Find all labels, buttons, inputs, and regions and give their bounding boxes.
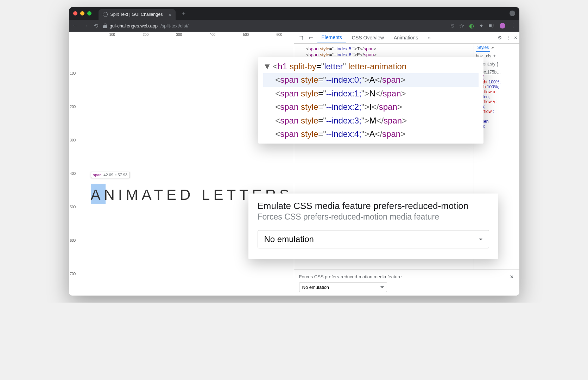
chevron-down-icon	[479, 239, 482, 242]
popout-title: Emulate CSS media feature prefers-reduce…	[258, 201, 489, 211]
reload-icon[interactable]: ⟲	[94, 23, 98, 29]
dom-node[interactable]: <span style="--index:5;">T</span>	[301, 46, 474, 52]
browser-window: Split Text | GUI Challenges × + ← → ⟲ gu…	[69, 7, 519, 296]
styles-overflow[interactable]: »	[492, 45, 494, 50]
ruler-tick: 400	[210, 33, 216, 37]
ruler-tick: 400	[70, 172, 76, 176]
toolbar-right: ⎋ ☆ ◐ ✦ ≡♪ ⋮	[451, 23, 516, 29]
extension-icon[interactable]: ◐	[469, 23, 474, 29]
tabs-overflow[interactable]: »	[424, 32, 435, 43]
address-bar[interactable]: gui-challenges.web.app/split-text/dist/	[103, 23, 189, 28]
ruler-tick: 300	[70, 138, 76, 142]
minimize-icon[interactable]	[80, 11, 84, 15]
cls-toggle[interactable]: .cls	[485, 53, 491, 58]
inspect-icon[interactable]: ⬚	[296, 35, 305, 40]
dom-popout: ▼<h1 split-by="letter" letter-animation …	[258, 57, 483, 144]
rendering-drawer: × Forces CSS prefers-reduced-motion medi…	[294, 270, 519, 296]
tooltip-tagname: span	[93, 173, 102, 177]
ruler-tick: 600	[70, 239, 76, 242]
tab-close-icon[interactable]: ×	[168, 12, 171, 18]
forward-icon[interactable]: →	[83, 23, 89, 29]
favicon-icon	[103, 12, 108, 17]
ruler-vertical: 100200300400500600700800	[69, 38, 76, 296]
popout-select-value: No emulation	[264, 234, 314, 244]
translate-icon[interactable]: ⎋	[451, 23, 454, 29]
browser-tab[interactable]: Split Text | GUI Challenges ×	[99, 9, 176, 20]
drawer-subtitle: Forces CSS prefers-reduced-motion media …	[299, 274, 514, 279]
devtools-close-icon[interactable]: ×	[514, 35, 517, 40]
popout-select[interactable]: No emulation	[258, 230, 489, 248]
ruler-tick: 300	[176, 33, 182, 37]
styles-tab[interactable]: Styles	[476, 45, 491, 52]
rendering-popout: Emulate CSS media feature prefers-reduce…	[248, 194, 498, 259]
window-controls	[73, 11, 91, 15]
back-icon[interactable]: ←	[72, 23, 78, 29]
popout-subtitle: Forces CSS prefers-reduced-motion media …	[258, 212, 489, 222]
browser-toolbar: ← → ⟲ gui-challenges.web.app/split-text/…	[69, 20, 519, 32]
avatar-icon[interactable]	[500, 23, 505, 28]
ruler-tick: 200	[70, 105, 76, 109]
emulation-select[interactable]: No emulation	[299, 282, 387, 292]
ruler-tick: 500	[70, 205, 76, 209]
tab-css-overview[interactable]: CSS Overview	[348, 32, 388, 43]
ruler-tick: 500	[243, 33, 249, 37]
chevron-down-icon	[380, 286, 384, 290]
select-value: No emulation	[302, 285, 329, 290]
drawer-close-icon[interactable]: ×	[510, 273, 514, 281]
ruler-tick: 600	[277, 33, 283, 37]
lock-icon	[103, 24, 107, 28]
url-domain: gui-challenges.web.app	[110, 23, 158, 28]
url-path: /split-text/dist/	[160, 23, 188, 28]
reading-list-icon[interactable]: ≡♪	[488, 23, 494, 29]
ruler-tick: 200	[143, 33, 149, 37]
bookmark-icon[interactable]: ☆	[459, 23, 464, 29]
ruler-tick: 100	[109, 33, 115, 37]
menu-icon[interactable]: ⋮	[510, 23, 516, 29]
settings-icon[interactable]: ⚙	[498, 35, 502, 40]
add-rule-icon[interactable]: +	[493, 53, 496, 58]
devtools-menu-icon[interactable]: ⋮	[506, 35, 511, 40]
title-bar: Split Text | GUI Challenges × +	[69, 7, 519, 20]
ruler-tick: 700	[70, 272, 76, 276]
profile-icon[interactable]	[510, 11, 515, 16]
ruler-horizontal: 100200300400500600	[76, 32, 294, 38]
devtools-tabbar: ⬚ ▭ Elements CSS Overview Animations » ⚙…	[294, 32, 519, 44]
tab-title: Split Text | GUI Challenges	[110, 12, 163, 17]
tab-elements[interactable]: Elements	[317, 32, 346, 43]
inspect-tooltip: span 42.09 × 57.93	[91, 172, 130, 178]
maximize-icon[interactable]	[87, 11, 91, 15]
device-icon[interactable]: ▭	[307, 35, 316, 40]
close-icon[interactable]	[73, 11, 77, 15]
new-tab-icon[interactable]: +	[182, 10, 185, 17]
tab-animations[interactable]: Animations	[390, 32, 422, 43]
tooltip-dimensions: 42.09 × 57.93	[103, 173, 127, 177]
ruler-tick: 100	[70, 71, 76, 75]
extensions-icon[interactable]: ✦	[479, 23, 483, 29]
